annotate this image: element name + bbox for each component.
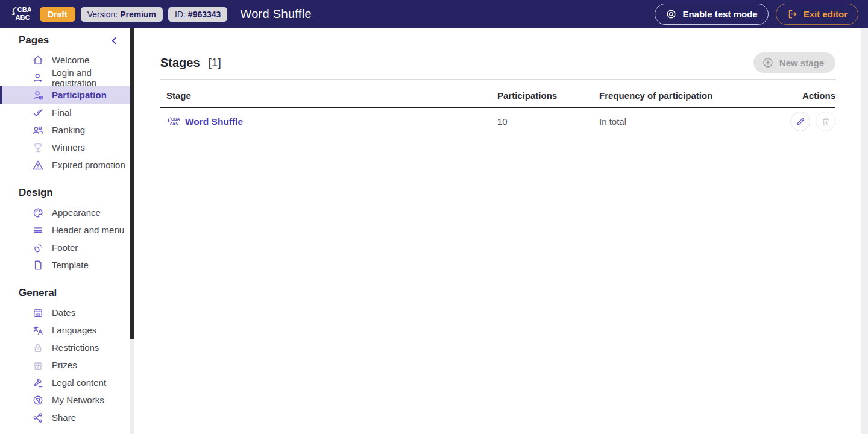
sidebar-section-pages: Pages Welcome Login and registration Pa — [0, 28, 134, 174]
sidebar-item-label: Languages — [52, 325, 96, 335]
trash-icon — [820, 116, 831, 127]
gift-icon — [32, 359, 44, 371]
sidebar-item-label: Dates — [52, 307, 75, 318]
sidebar-item-login-registration[interactable]: Login and registration — [0, 69, 130, 86]
stages-table-header: Stage Participations Frequency of partic… — [160, 80, 835, 108]
participations-value: 10 — [497, 116, 599, 127]
enable-test-mode-label: Enable test mode — [682, 9, 757, 19]
sidebar-item-label: Restrictions — [52, 342, 99, 353]
table-row: CBA ABC Word Shuffle 10 In total — [160, 108, 835, 135]
id-badge: ID: #963343 — [168, 7, 227, 22]
stage-logo-icon: CBA ABC — [166, 116, 180, 128]
sidebar-item-label: Share — [52, 412, 76, 423]
main-content: Stages [1] New stage Stage Participation… — [134, 28, 861, 434]
translate-icon — [32, 324, 44, 336]
brand-logo: CBA ABC — [10, 5, 31, 24]
stage-link[interactable]: CBA ABC Word Shuffle — [160, 116, 497, 128]
sidebar-item-label: Appearance — [52, 207, 101, 218]
sidebar-section-general: General 03 Dates Languages — [0, 274, 134, 426]
sidebar-item-appearance[interactable]: Appearance — [0, 204, 130, 221]
sidebar-scrollbar[interactable] — [130, 28, 134, 434]
collapse-sidebar-icon[interactable] — [110, 36, 119, 45]
id-value: #963343 — [188, 10, 221, 19]
page-title: Word Shuffle — [240, 7, 311, 21]
version-value: Premium — [120, 10, 156, 19]
column-header-actions: Actions — [781, 90, 835, 101]
sidebar-item-participation[interactable]: Participation — [0, 86, 130, 104]
logout-icon — [787, 8, 798, 20]
design-section-header: Design — [0, 181, 134, 204]
general-section-header: General — [0, 281, 134, 304]
sidebar-item-welcome[interactable]: Welcome — [0, 51, 130, 69]
general-section-title: General — [19, 287, 57, 299]
enable-test-mode-button[interactable]: Enable test mode — [655, 4, 768, 25]
sidebar-item-winners[interactable]: Winners — [0, 139, 130, 156]
trophy-icon — [32, 142, 44, 154]
pencil-icon — [795, 116, 806, 127]
sidebar-item-label: Participation — [52, 90, 107, 100]
pages-section-header: Pages — [0, 28, 134, 51]
version-label: Version: — [87, 10, 118, 19]
sidebar-item-label: Footer — [52, 242, 78, 253]
stage-name: Word Shuffle — [185, 116, 243, 127]
sidebar-item-label: Prizes — [52, 360, 77, 370]
sidebar-item-dates[interactable]: 03 Dates — [0, 304, 130, 321]
home-icon — [32, 54, 44, 66]
id-label: ID: — [175, 10, 186, 19]
warning-icon — [32, 159, 44, 171]
brand-top-text: CBA — [17, 6, 31, 13]
sidebar-item-label: Header and menu — [52, 225, 124, 235]
sidebar-item-languages[interactable]: Languages — [0, 321, 130, 339]
version-badge: Version: Premium — [81, 7, 163, 22]
lock-icon — [32, 342, 44, 354]
palette-icon — [32, 207, 44, 219]
exit-editor-button[interactable]: Exit editor — [776, 4, 858, 25]
user-plus-icon — [32, 89, 44, 101]
globe-network-icon — [32, 394, 44, 406]
user-icon — [32, 72, 44, 84]
sidebar-item-prizes[interactable]: Prizes — [0, 356, 130, 374]
delete-stage-button[interactable] — [816, 112, 835, 131]
sidebar-section-design: Design Appearance Header and menu — [0, 174, 134, 274]
plus-circle-icon — [762, 57, 774, 69]
stages-count: [1] — [209, 56, 221, 69]
sidebar-item-label: Final — [52, 107, 72, 118]
edit-stage-button[interactable] — [790, 112, 810, 131]
new-stage-label: New stage — [779, 58, 824, 68]
menu-lines-icon — [32, 224, 44, 236]
sidebar-item-footer[interactable]: Footer — [0, 239, 130, 256]
exit-editor-label: Exit editor — [804, 9, 848, 19]
sidebar-item-label: Ranking — [52, 125, 85, 135]
sidebar-scrollbar-thumb[interactable] — [130, 28, 134, 339]
calendar-day-text: 03 — [36, 312, 40, 316]
sidebar-item-final[interactable]: Final — [0, 104, 130, 121]
column-header-participations: Participations — [497, 90, 599, 101]
stage-logo-top-text: CBA — [171, 116, 180, 121]
sidebar-item-share[interactable]: Share — [0, 409, 130, 426]
sidebar-item-template[interactable]: Template — [0, 256, 130, 274]
sidebar-item-restrictions[interactable]: Restrictions — [0, 339, 130, 356]
status-badge: Draft — [40, 7, 75, 22]
footprint-icon — [32, 242, 44, 254]
topbar: CBA ABC Draft Version: Premium ID: #9633… — [0, 0, 868, 28]
column-header-frequency: Frequency of participation — [599, 90, 781, 101]
sidebar-item-header-and-menu[interactable]: Header and menu — [0, 221, 130, 239]
sidebar-item-label: Legal content — [52, 377, 106, 388]
new-stage-button[interactable]: New stage — [753, 52, 835, 73]
sidebar-item-label: Expired promotion — [52, 160, 125, 170]
stage-logo-bottom-text: ABC — [170, 121, 179, 125]
check-icon — [32, 107, 44, 119]
main-scrollbar[interactable] — [861, 28, 868, 434]
sidebar-item-legal-content[interactable]: Legal content — [0, 374, 130, 391]
sidebar-item-label: My Networks — [52, 395, 104, 405]
ranking-users-icon — [32, 124, 44, 136]
frequency-value: In total — [599, 116, 781, 127]
stages-heading: Stages — [160, 56, 200, 70]
sidebar-item-ranking[interactable]: Ranking — [0, 121, 130, 139]
brand-bottom-text: ABC — [16, 14, 30, 21]
test-mode-icon — [665, 8, 677, 20]
sidebar-item-expired-promotion[interactable]: Expired promotion — [0, 156, 130, 174]
column-header-stage: Stage — [160, 90, 497, 101]
sidebar-item-my-networks[interactable]: My Networks — [0, 391, 130, 409]
gavel-icon — [32, 377, 44, 389]
